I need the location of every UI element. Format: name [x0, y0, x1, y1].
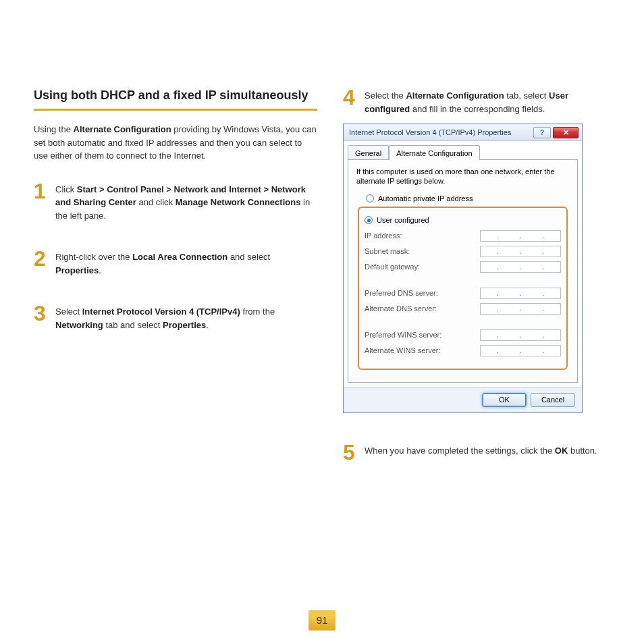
preferred-dns-input[interactable]: . . .: [480, 288, 561, 299]
step-5-number: 5: [343, 443, 359, 462]
user-configured-highlight: User configured IP address: . . . Subnet…: [358, 207, 568, 370]
radio-auto-private-ip[interactable]: Automatic private IP address: [366, 193, 569, 205]
alternate-dns-label: Alternate DNS server:: [365, 303, 437, 315]
dialog-titlebar[interactable]: Internet Protocol Version 4 (TCP/IPv4) P…: [344, 124, 582, 141]
intro-t1: Using the: [34, 124, 74, 134]
ip-address-label: IP address:: [365, 230, 402, 242]
subnet-mask-label: Subnet mask:: [365, 246, 410, 257]
ipv4-properties-dialog: Internet Protocol Version 4 (TCP/IPv4) P…: [343, 124, 583, 413]
tab-alternate-configuration[interactable]: Alternate Configuration: [389, 145, 480, 160]
radio-user-label: User configured: [377, 215, 429, 226]
dialog-footer: OK Cancel: [344, 387, 582, 412]
help-button[interactable]: ?: [533, 127, 551, 138]
step-4-number: 4: [343, 88, 359, 107]
dialog-title: Internet Protocol Version 4 (TCP/IPv4) P…: [349, 127, 533, 138]
tab-note: If this computer is used on more than on…: [356, 167, 569, 186]
ok-button[interactable]: OK: [482, 393, 527, 407]
radio-icon: [366, 194, 374, 203]
preferred-wins-label: Preferred WINS server:: [365, 329, 441, 341]
step-2-number: 2: [34, 249, 50, 269]
step-2: 2 Right-click over the Local Area Connec…: [34, 249, 317, 277]
intro-b1: Alternate Configuration: [74, 124, 171, 134]
step-1: 1 Click Start > Control Panel > Network …: [34, 182, 317, 223]
field-subnet-mask: Subnet mask: . . .: [365, 246, 561, 257]
field-preferred-wins: Preferred WINS server: . . .: [365, 329, 561, 341]
default-gateway-input[interactable]: . . .: [480, 261, 561, 273]
cancel-button[interactable]: Cancel: [531, 393, 575, 407]
field-preferred-dns: Preferred DNS server: . . .: [365, 288, 561, 299]
section-title: Using both DHCP and a fixed IP simultane…: [34, 88, 317, 103]
subnet-mask-input[interactable]: . . .: [480, 246, 561, 257]
field-alternate-dns: Alternate DNS server: . . .: [365, 303, 561, 315]
close-button[interactable]: ✕: [553, 127, 579, 138]
radio-auto-label: Automatic private IP address: [378, 193, 473, 205]
alternate-wins-input[interactable]: . . .: [480, 345, 561, 356]
step-1-text: Click Start > Control Panel > Network an…: [55, 182, 317, 223]
tab-row: General Alternate Configuration: [348, 145, 578, 159]
tab-general[interactable]: General: [348, 145, 389, 159]
page-number: 91: [308, 610, 336, 630]
step-4-text: Select the Alternate Configuration tab, …: [365, 88, 613, 115]
field-default-gateway: Default gateway: . . .: [365, 261, 561, 273]
alternate-dns-input[interactable]: . . .: [480, 303, 561, 315]
step-3-number: 3: [34, 304, 50, 323]
alternate-wins-label: Alternate WINS server:: [365, 345, 440, 356]
section-underline: [34, 109, 317, 111]
field-alternate-wins: Alternate WINS server: . . .: [365, 345, 561, 356]
step-1-number: 1: [34, 182, 50, 201]
intro-paragraph: Using the Alternate Configuration provid…: [34, 123, 317, 163]
step-2-text: Right-click over the Local Area Connecti…: [55, 249, 317, 277]
step-5-text: When you have completed the settings, cl…: [365, 443, 597, 458]
radio-user-configured[interactable]: User configured: [365, 215, 561, 226]
radio-icon: [365, 216, 373, 224]
field-ip-address: IP address: . . .: [365, 230, 561, 242]
ip-address-input[interactable]: . . .: [480, 230, 561, 242]
step-4: 4 Select the Alternate Configuration tab…: [343, 88, 613, 115]
preferred-wins-input[interactable]: . . .: [480, 329, 561, 341]
step-5: 5 When you have completed the settings, …: [343, 443, 613, 462]
tab-content: If this computer is used on more than on…: [348, 159, 578, 383]
default-gateway-label: Default gateway:: [365, 261, 420, 273]
step-3-text: Select Internet Protocol Version 4 (TCP/…: [55, 304, 317, 331]
step-3: 3 Select Internet Protocol Version 4 (TC…: [34, 304, 317, 331]
preferred-dns-label: Preferred DNS server:: [365, 288, 438, 299]
